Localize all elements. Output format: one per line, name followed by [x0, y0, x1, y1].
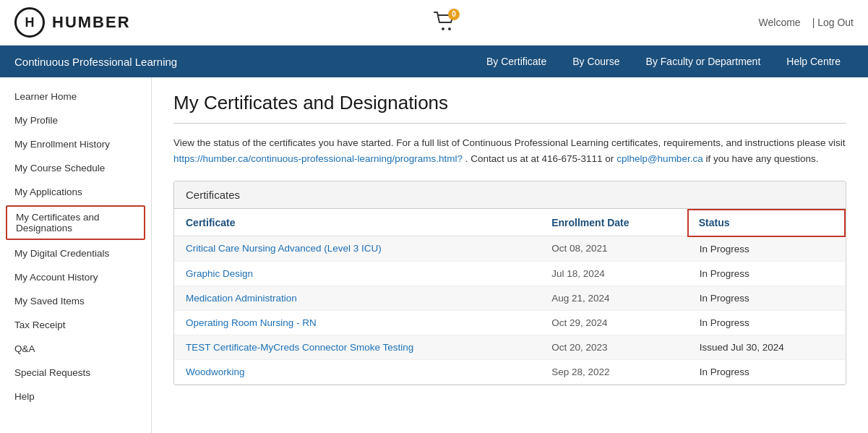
table-row: Graphic DesignJul 18, 2024In Progress: [174, 261, 845, 286]
welcome-link[interactable]: Welcome: [759, 17, 801, 28]
table-header-row: Certificate Enrollment Date Status: [174, 210, 845, 236]
top-nav: Welcome | Log Out: [759, 17, 854, 28]
cart-badge: 0: [448, 9, 460, 20]
sidebar-item-enrollment-history[interactable]: My Enrollment History: [0, 132, 151, 156]
table-body: Critical Care Nursing Advanced (Level 3 …: [174, 236, 845, 385]
cert-name-cell: Woodworking: [174, 359, 540, 384]
table-row: Operating Room Nursing - RNOct 29, 2024I…: [174, 310, 845, 335]
desc-part2: . Contact us at at 416-675-3111 or: [465, 153, 616, 164]
table-title: Certificates: [174, 181, 846, 209]
main-layout: Learner Home My Profile My Enrollment Hi…: [0, 77, 868, 433]
table-row: WoodworkingSep 28, 2022In Progress: [174, 359, 845, 384]
sidebar-item-special-requests[interactable]: Special Requests: [0, 361, 151, 385]
cert-name-cell: Operating Room Nursing - RN: [174, 310, 540, 335]
cert-name-cell: TEST Certificate-MyCreds Connector Smoke…: [174, 335, 540, 359]
cert-status-cell: In Progress: [688, 236, 845, 262]
table-row: Medication AdministrationAug 21, 2024In …: [174, 286, 845, 310]
cert-name-cell: Critical Care Nursing Advanced (Level 3 …: [174, 236, 540, 262]
sidebar-item-digital-credentials[interactable]: My Digital Credentials: [0, 241, 151, 265]
col-header-status: Status: [688, 210, 845, 236]
logo-text: HUMBER: [52, 13, 131, 32]
cert-name-link[interactable]: Critical Care Nursing Advanced (Level 3 …: [186, 243, 382, 254]
page-title: My Certificates and Designations: [173, 92, 846, 124]
sidebar-item-learner-home[interactable]: Learner Home: [0, 85, 151, 108]
cert-date-cell: Oct 20, 2023: [540, 335, 688, 359]
col-header-certificate: Certificate: [174, 210, 540, 236]
cert-name-link[interactable]: Woodworking: [186, 366, 245, 377]
nav-by-course[interactable]: By Course: [559, 46, 632, 77]
sidebar-item-account-history[interactable]: My Account History: [0, 265, 151, 289]
cert-date-cell: Oct 29, 2024: [540, 310, 688, 335]
cert-name-link[interactable]: Graphic Design: [186, 268, 253, 279]
cert-name-cell: Medication Administration: [174, 286, 540, 310]
cert-status-cell: In Progress: [688, 286, 845, 310]
cert-date-cell: Oct 08, 2021: [540, 236, 688, 262]
nav-links: By Certificate By Course By Faculty or D…: [473, 46, 854, 77]
cert-status-cell: Issued Jul 30, 2024: [688, 335, 845, 359]
cert-status-cell: In Progress: [688, 261, 845, 286]
cert-status-cell: In Progress: [688, 359, 845, 384]
table-row: Critical Care Nursing Advanced (Level 3 …: [174, 236, 845, 262]
sidebar: Learner Home My Profile My Enrollment Hi…: [0, 77, 152, 433]
cert-date-cell: Jul 18, 2024: [540, 261, 688, 286]
main-content: My Certificates and Designations View th…: [152, 77, 868, 433]
cert-date-cell: Aug 21, 2024: [540, 286, 688, 310]
cert-name-link[interactable]: Medication Administration: [186, 293, 297, 304]
cert-status-cell: In Progress: [688, 310, 845, 335]
certificates-table-container: Certificates Certificate Enrollment Date…: [173, 181, 846, 385]
cert-name-link[interactable]: TEST Certificate-MyCreds Connector Smoke…: [186, 342, 413, 353]
sidebar-item-certificates[interactable]: My Certificates and Designations: [6, 205, 145, 240]
svg-point-1: [448, 27, 451, 30]
desc-email[interactable]: cplhelp@humber.ca: [616, 153, 703, 164]
logout-link[interactable]: | Log Out: [812, 17, 854, 28]
sidebar-item-tax-receipt[interactable]: Tax Receipt: [0, 313, 151, 337]
desc-link[interactable]: https://humber.ca/continuous-professiona…: [173, 153, 463, 164]
desc-part1: View the status of the certificates you …: [173, 137, 845, 148]
nav-by-certificate[interactable]: By Certificate: [473, 46, 559, 77]
top-header: H HUMBER 0 Welcome | Log Out: [0, 0, 868, 46]
cert-name-link[interactable]: Operating Room Nursing - RN: [186, 317, 317, 328]
logo-area: H HUMBER: [14, 7, 131, 38]
table-row: TEST Certificate-MyCreds Connector Smoke…: [174, 335, 845, 359]
sidebar-item-saved-items[interactable]: My Saved Items: [0, 289, 151, 313]
cert-name-cell: Graphic Design: [174, 261, 540, 286]
sidebar-item-my-profile[interactable]: My Profile: [0, 108, 151, 132]
description-text: View the status of the certificates you …: [173, 135, 846, 166]
cart-button[interactable]: 0: [434, 12, 455, 34]
sidebar-item-course-schedule[interactable]: My Course Schedule: [0, 156, 151, 180]
certificates-table: Certificate Enrollment Date Status Criti…: [174, 209, 846, 385]
cert-date-cell: Sep 28, 2022: [540, 359, 688, 384]
nav-help-centre[interactable]: Help Centre: [773, 46, 854, 77]
sidebar-item-help[interactable]: Help: [0, 385, 151, 408]
nav-brand: Continuous Professional Learning: [14, 56, 177, 68]
sidebar-item-my-applications[interactable]: My Applications: [0, 180, 151, 204]
nav-by-faculty[interactable]: By Faculty or Department: [633, 46, 774, 77]
table-header: Certificate Enrollment Date Status: [174, 210, 845, 236]
sidebar-item-qa[interactable]: Q&A: [0, 337, 151, 361]
logo-icon: H: [14, 7, 45, 38]
desc-part3: if you have any questions.: [705, 153, 818, 164]
main-nav: Continuous Professional Learning By Cert…: [0, 46, 868, 77]
svg-point-0: [442, 27, 444, 30]
col-header-enrollment-date: Enrollment Date: [540, 210, 688, 236]
